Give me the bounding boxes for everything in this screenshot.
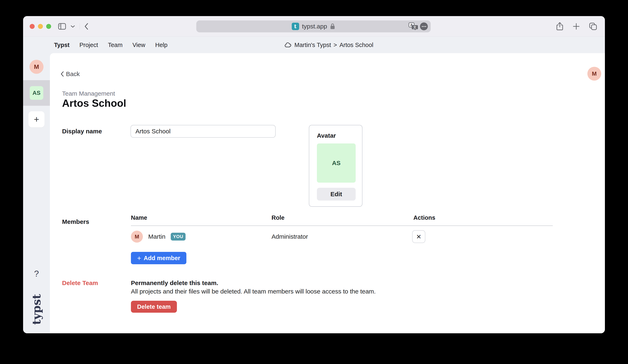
- back-navigation-icon[interactable]: [84, 23, 88, 30]
- delete-warning-body: All projects and their files will be del…: [131, 288, 376, 295]
- display-name-input[interactable]: [131, 125, 276, 138]
- toolbar-divider: [79, 23, 80, 29]
- translate-icon[interactable]: A 文: [408, 22, 418, 30]
- member-role: Administrator: [272, 230, 308, 243]
- member-name: Martin: [148, 233, 165, 240]
- remove-member-button[interactable]: ✕: [412, 230, 425, 243]
- menu-project[interactable]: Project: [79, 42, 98, 48]
- chevron-down-icon[interactable]: [71, 25, 75, 28]
- member-name-cell: M Martin YOU: [131, 230, 186, 243]
- team-avatar-preview: AS: [317, 144, 356, 183]
- menu-help[interactable]: Help: [155, 42, 168, 48]
- browser-window: t typst.app A 文: [23, 16, 605, 333]
- svg-text:文: 文: [413, 25, 416, 29]
- add-member-label: Add member: [144, 255, 180, 262]
- breadcrumb[interactable]: Martin's Typst > Artos School: [285, 37, 373, 53]
- account-avatar[interactable]: M: [587, 67, 601, 80]
- sidebar-item-team-selected[interactable]: AS: [23, 80, 50, 106]
- display-name-label: Display name: [62, 128, 102, 135]
- add-member-button[interactable]: + Add member: [131, 252, 186, 264]
- table-row: M Martin YOU Administrator ✕: [131, 230, 553, 243]
- delete-team-label: Delete Team: [62, 280, 98, 287]
- team-avatar: AS: [30, 86, 43, 100]
- chevron-left-icon: [61, 71, 64, 77]
- edit-avatar-button[interactable]: Edit: [317, 188, 356, 201]
- cloud-icon: [285, 42, 292, 48]
- member-avatar: M: [131, 231, 143, 243]
- share-icon[interactable]: [556, 22, 563, 31]
- column-header-actions: Actions: [413, 214, 435, 221]
- app-menus: Typst Project Team View Help: [23, 42, 167, 48]
- add-workspace-button[interactable]: +: [28, 111, 45, 127]
- team-management-page: M Back Team Management Artos School Disp…: [50, 53, 605, 333]
- breadcrumb-parent[interactable]: Martin's Typst: [294, 42, 331, 48]
- delete-warning-title: Permanently delete this team.: [131, 280, 218, 287]
- avatar-panel: Avatar AS Edit: [309, 125, 362, 207]
- avatar-panel-title: Avatar: [317, 132, 336, 139]
- sidebar-toggle-icon[interactable]: [58, 23, 66, 30]
- zoom-window-button[interactable]: [46, 24, 51, 29]
- page-title: Artos School: [62, 97, 126, 109]
- members-label: Members: [62, 218, 89, 225]
- menu-team[interactable]: Team: [108, 42, 122, 48]
- lock-icon: [330, 23, 335, 30]
- app-body: M AS + ? typst M Back Te: [23, 53, 605, 333]
- browser-toolbar: t typst.app A 文: [23, 16, 605, 37]
- members-table: Name Role Actions M Martin YOU Administr…: [131, 214, 553, 268]
- tab-overview-icon[interactable]: [589, 23, 597, 30]
- back-link[interactable]: Back: [61, 71, 80, 77]
- typst-logo: typst: [30, 294, 43, 325]
- traffic-lights: [30, 24, 51, 29]
- breadcrumb-separator: >: [333, 42, 337, 48]
- menu-typst[interactable]: Typst: [54, 42, 70, 48]
- table-header-divider: [131, 225, 553, 226]
- breadcrumb-current: Artos School: [339, 42, 373, 48]
- page-settings-icon[interactable]: [420, 22, 428, 30]
- screen: t typst.app A 文: [0, 0, 628, 364]
- app-menubar: Typst Project Team View Help Martin's Ty…: [23, 37, 605, 53]
- new-tab-icon[interactable]: [573, 23, 580, 30]
- section-label: Team Management: [62, 90, 115, 97]
- minimize-window-button[interactable]: [38, 24, 43, 29]
- site-favicon: t: [292, 23, 299, 30]
- address-bar[interactable]: t typst.app A 文: [196, 20, 431, 32]
- menu-view[interactable]: View: [132, 42, 145, 48]
- plus-icon: +: [137, 255, 141, 262]
- workspace-sidebar: M AS + ? typst: [23, 53, 50, 333]
- column-header-role: Role: [272, 214, 285, 221]
- help-button[interactable]: ?: [23, 269, 50, 279]
- close-window-button[interactable]: [30, 24, 35, 29]
- column-header-name: Name: [131, 214, 147, 221]
- url-text: typst.app: [302, 23, 327, 30]
- you-badge: YOU: [171, 233, 185, 240]
- back-label: Back: [66, 71, 80, 77]
- sidebar-item-personal-workspace[interactable]: M: [29, 60, 44, 74]
- delete-team-button[interactable]: Delete team: [131, 301, 177, 313]
